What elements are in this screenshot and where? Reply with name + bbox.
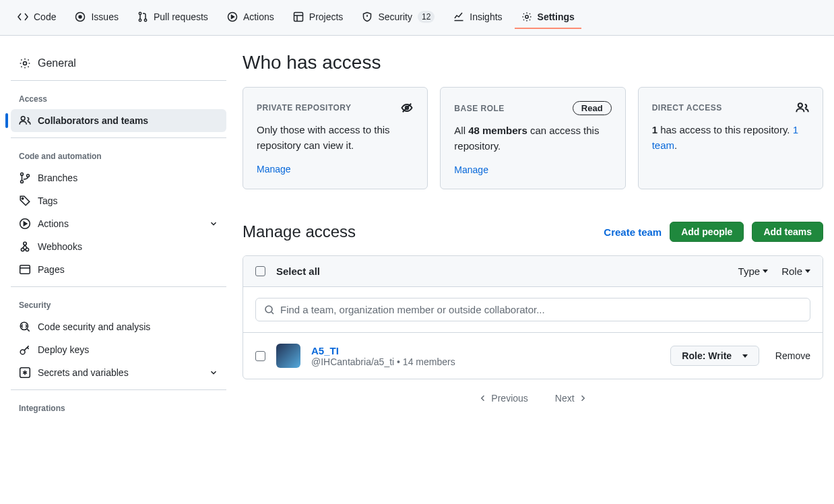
code-icon <box>18 11 28 22</box>
tab-actions[interactable]: Actions <box>220 6 281 29</box>
remove-link[interactable]: Remove <box>775 350 810 361</box>
svg-point-16 <box>26 248 29 251</box>
security-count: 12 <box>418 11 435 23</box>
browser-icon <box>19 263 31 276</box>
add-teams-button[interactable]: Add teams <box>752 222 823 242</box>
label: Pages <box>38 264 65 275</box>
sidebar-heading-integrations: Integrations <box>11 398 226 418</box>
row-checkbox[interactable] <box>255 351 265 361</box>
label: Collaborators and teams <box>38 115 148 126</box>
list-search-row <box>243 286 823 332</box>
manage-access-heading: Manage access <box>243 222 356 241</box>
card-base-role: BASE ROLE Read All 48 members can access… <box>440 87 625 189</box>
asterisk-icon <box>19 367 31 379</box>
chevron-down-icon <box>209 368 218 377</box>
team-avatar <box>276 344 300 368</box>
sidebar-item-webhooks[interactable]: Webhooks <box>11 235 226 258</box>
tab-projects[interactable]: Projects <box>286 6 350 29</box>
projects-icon <box>293 11 304 22</box>
svg-point-10 <box>21 172 24 175</box>
card-body: Only those with access to this repositor… <box>257 123 414 153</box>
svg-point-24 <box>265 306 272 313</box>
label: Secrets and variables <box>38 367 129 378</box>
shield-icon <box>362 11 373 22</box>
sidebar-item-pages[interactable]: Pages <box>11 258 226 281</box>
webhook-icon <box>19 241 31 253</box>
search-input-wrapper[interactable] <box>255 298 810 321</box>
pagination: Previous Next <box>243 379 823 417</box>
svg-point-23 <box>798 103 802 107</box>
filter-type-dropdown[interactable]: Type <box>738 265 769 277</box>
settings-sidebar: General Access Collaborators and teams C… <box>11 52 226 418</box>
tab-insights[interactable]: Insights <box>447 6 509 29</box>
card-title: BASE ROLE <box>454 104 505 113</box>
tab-label: Projects <box>309 11 344 22</box>
team-name-link[interactable]: A5_TI <box>311 345 660 356</box>
svg-point-7 <box>525 15 527 18</box>
sidebar-item-general[interactable]: General <box>11 52 226 75</box>
caret-down-icon <box>742 354 748 358</box>
sidebar-heading-access: Access <box>11 89 226 109</box>
search-icon <box>264 305 275 315</box>
graph-icon <box>453 11 464 22</box>
sidebar-item-secrets[interactable]: Secrets and variables <box>11 361 226 384</box>
tab-security[interactable]: Security 12 <box>355 5 441 30</box>
play-circle-icon <box>227 11 238 22</box>
chevron-down-icon <box>209 219 218 228</box>
key-icon <box>19 344 31 356</box>
svg-point-4 <box>144 19 146 21</box>
filter-role-dropdown[interactable]: Role <box>781 265 810 277</box>
svg-point-17 <box>24 242 27 245</box>
divider <box>11 389 226 390</box>
select-all-label: Select all <box>276 265 320 277</box>
team-subtext: @IHCantabria/a5_ti • 14 members <box>311 356 660 367</box>
divider <box>11 137 226 138</box>
divider <box>11 80 226 81</box>
tab-label: Pull requests <box>154 11 208 22</box>
pager-next[interactable]: Next <box>555 393 587 404</box>
search-input[interactable] <box>280 304 802 315</box>
sidebar-item-collaborators[interactable]: Collaborators and teams <box>11 109 226 132</box>
svg-point-11 <box>21 181 24 183</box>
pager-prev[interactable]: Previous <box>479 393 527 404</box>
add-people-button[interactable]: Add people <box>670 222 744 242</box>
who-has-access-heading: Who has access <box>243 52 823 73</box>
svg-rect-18 <box>20 265 30 274</box>
sidebar-item-branches[interactable]: Branches <box>11 166 226 189</box>
caret-down-icon <box>763 270 768 273</box>
gear-icon <box>19 57 31 69</box>
tab-label: Issues <box>91 11 118 22</box>
manage-link[interactable]: Manage <box>454 164 488 175</box>
tab-code[interactable]: Code <box>11 6 63 29</box>
tab-settings[interactable]: Settings <box>515 6 581 29</box>
access-row: A5_TI @IHCantabria/a5_ti • 14 members Ro… <box>243 332 823 379</box>
create-team-link[interactable]: Create team <box>604 226 662 238</box>
card-title: DIRECT ACCESS <box>652 103 722 113</box>
access-list: Select all Type Role <box>243 255 823 379</box>
role-select-button[interactable]: Role: Write <box>670 346 759 366</box>
tab-pull-requests[interactable]: Pull requests <box>131 6 215 29</box>
tab-issues[interactable]: Issues <box>68 6 125 29</box>
sidebar-item-code-security[interactable]: Code security and analysis <box>11 315 226 338</box>
select-all-checkbox[interactable] <box>255 266 265 276</box>
label: Deploy keys <box>38 344 89 355</box>
manage-access-header: Manage access Create team Add people Add… <box>243 222 823 242</box>
svg-point-8 <box>24 62 27 65</box>
main-content: Who has access PRIVATE REPOSITORY Only t… <box>243 52 823 418</box>
repo-topnav: Code Issues Pull requests Actions Projec… <box>0 0 834 36</box>
card-body: All 48 members can access this repositor… <box>454 123 611 154</box>
sidebar-item-deploy-keys[interactable]: Deploy keys <box>11 338 226 361</box>
gear-icon <box>521 11 532 22</box>
label: Tags <box>38 195 58 206</box>
sidebar-item-actions[interactable]: Actions <box>11 212 226 235</box>
manage-link[interactable]: Manage <box>257 164 291 175</box>
pull-request-icon <box>137 11 148 22</box>
tab-label: Settings <box>538 11 575 22</box>
svg-point-1 <box>79 15 82 18</box>
divider <box>11 286 226 287</box>
label: Webhooks <box>38 241 82 252</box>
sidebar-item-tags[interactable]: Tags <box>11 189 226 212</box>
label: Actions <box>38 218 69 229</box>
card-title: PRIVATE REPOSITORY <box>257 103 352 113</box>
svg-point-2 <box>139 12 141 14</box>
